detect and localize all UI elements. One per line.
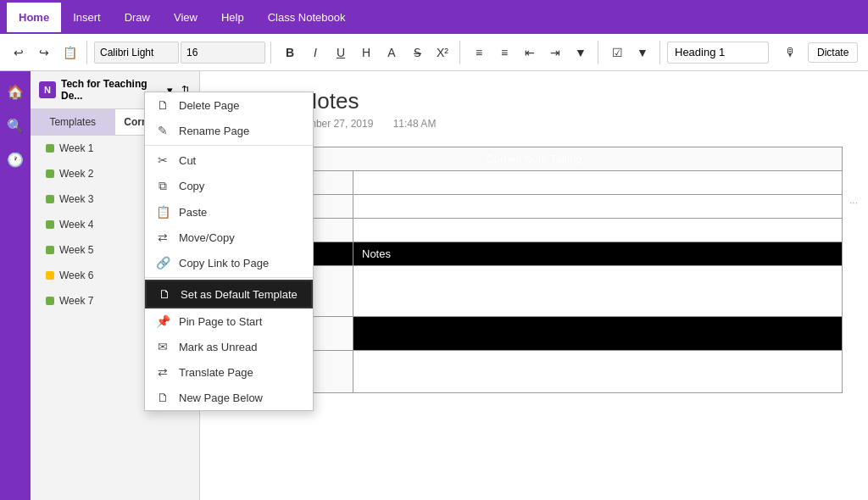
page-item-label: Week 2 bbox=[59, 168, 93, 180]
page-color-dot bbox=[46, 169, 54, 178]
main-layout: 🏠 🔍 🕐 N Tech for Teaching De... ▾ ⇅ Temp… bbox=[0, 71, 868, 500]
cornell-cell bbox=[353, 351, 843, 393]
new-page-below-icon: 🗋 bbox=[155, 391, 170, 404]
page-color-dot bbox=[46, 297, 54, 305]
decrease-indent-button[interactable]: ⇤ bbox=[518, 41, 542, 64]
page-date: Wednesday, November 27, 2019 11:48 AM bbox=[225, 118, 843, 130]
page-color-dot bbox=[46, 195, 54, 203]
scroll-indicator: ··· bbox=[849, 197, 858, 208]
page-time-text: 11:48 AM bbox=[393, 118, 437, 130]
heading-dropdown[interactable]: Heading 1 bbox=[667, 42, 769, 64]
cornell-notes-header: Notes bbox=[353, 242, 843, 266]
ctx-rename-page[interactable]: ✎ Rename Page bbox=[145, 118, 313, 143]
ctx-divider-1 bbox=[145, 145, 313, 146]
ctx-set-default-label: Set as Default Template bbox=[181, 288, 298, 301]
highlight-button[interactable]: H bbox=[354, 41, 378, 64]
page-color-dot bbox=[46, 220, 54, 229]
recent-icon[interactable]: 🕐 bbox=[2, 146, 29, 173]
ctx-copy[interactable]: ⧉ Copy bbox=[145, 173, 313, 199]
ctx-mark-unread-label: Mark as Unread bbox=[179, 341, 257, 353]
menu-tab-draw[interactable]: Draw bbox=[113, 3, 162, 32]
bullet-list-button[interactable]: ≡ bbox=[467, 41, 491, 64]
ctx-copy-label: Copy bbox=[179, 180, 204, 192]
cornell-cell bbox=[353, 219, 843, 242]
ctx-translate-label: Translate Page bbox=[179, 366, 253, 379]
fontcolor-button[interactable]: A bbox=[380, 41, 403, 64]
page-item-label: Week 1 bbox=[59, 142, 93, 154]
superscript-button[interactable]: X² bbox=[431, 41, 454, 64]
table-row: cept: bbox=[226, 195, 843, 219]
ctx-mark-unread[interactable]: ✉ Mark as Unread bbox=[145, 334, 313, 359]
table-row bbox=[226, 351, 843, 393]
icon-sidebar: 🏠 🔍 🕐 bbox=[0, 71, 31, 500]
font-size-select[interactable]: 16 bbox=[181, 42, 265, 64]
page-item-label: Week 7 bbox=[59, 295, 93, 307]
page-item-label: Week 6 bbox=[59, 269, 93, 281]
menu-tab-view[interactable]: View bbox=[162, 3, 209, 32]
search-icon[interactable]: 🔍 bbox=[2, 112, 29, 139]
ctx-pin-page[interactable]: 📌 Pin Page to Start bbox=[145, 308, 313, 334]
ctx-copylink[interactable]: 🔗 Copy Link to Page bbox=[145, 250, 313, 275]
undo-button[interactable]: ↩ bbox=[7, 41, 31, 64]
toolbar: ↩ ↪ 📋 Calibri Light 16 B I U H A S̶ X² ≡… bbox=[0, 34, 868, 71]
paste-icon: 📋 bbox=[155, 205, 170, 219]
ctx-divider-2 bbox=[145, 277, 313, 278]
redo-button[interactable]: ↪ bbox=[32, 41, 56, 64]
ctx-paste[interactable]: 📋 Paste bbox=[145, 199, 313, 225]
table-row: s or Questions Notes bbox=[226, 242, 843, 266]
check-button[interactable]: ☑ bbox=[605, 41, 629, 64]
mic-icon: 🎙 bbox=[779, 41, 803, 64]
page-title: Cornell Notes bbox=[225, 88, 843, 114]
section-tab-templates[interactable]: Templates bbox=[31, 109, 115, 135]
table-row bbox=[226, 317, 843, 351]
ctx-movecopy[interactable]: ⇄ Move/Copy bbox=[145, 225, 313, 250]
menu-tab-classnotebook[interactable]: Class Notebook bbox=[256, 3, 358, 32]
page-item-label: Week 3 bbox=[59, 193, 93, 205]
context-menu: 🗋 Delete Page ✎ Rename Page ✂ Cut ⧉ Copy… bbox=[144, 92, 314, 411]
menu-bar: Home Insert Draw View Help Class Noteboo… bbox=[0, 0, 868, 34]
table-row: le bbox=[226, 171, 843, 195]
set-default-icon: 🗋 bbox=[157, 287, 172, 301]
ctx-rename-page-label: Rename Page bbox=[179, 125, 249, 137]
clipboard-button[interactable]: 📋 bbox=[58, 41, 81, 64]
cornell-cell bbox=[353, 195, 843, 219]
underline-button[interactable]: U bbox=[329, 41, 353, 64]
table-row: Cornell Note Taking bbox=[226, 147, 843, 171]
mark-unread-icon: ✉ bbox=[155, 340, 170, 353]
ctx-translate[interactable]: ⇄ Translate Page bbox=[145, 359, 313, 385]
menu-tab-insert[interactable]: Insert bbox=[61, 3, 113, 32]
pin-page-icon: 📌 bbox=[155, 314, 170, 328]
ctx-new-page-below[interactable]: 🗋 New Page Below bbox=[145, 385, 313, 410]
copylink-icon: 🔗 bbox=[155, 256, 170, 269]
font-name-select[interactable]: Calibri Light bbox=[94, 42, 179, 64]
page-item-label: Week 5 bbox=[59, 244, 93, 256]
dictate-button[interactable]: Dictate bbox=[808, 42, 858, 63]
ctx-pin-page-label: Pin Page to Start bbox=[179, 315, 262, 328]
table-row: to: bbox=[226, 219, 843, 242]
home-icon[interactable]: 🏠 bbox=[2, 78, 29, 105]
rename-page-icon: ✎ bbox=[155, 124, 170, 137]
ctx-delete-page[interactable]: 🗋 Delete Page bbox=[145, 92, 313, 118]
menu-tab-home[interactable]: Home bbox=[7, 3, 61, 32]
ctx-cut[interactable]: ✂ Cut bbox=[145, 147, 313, 173]
ctx-cut-label: Cut bbox=[179, 154, 196, 167]
ctx-copylink-label: Copy Link to Page bbox=[179, 257, 269, 269]
align-button[interactable]: ▼ bbox=[569, 41, 593, 64]
cornell-cell bbox=[353, 266, 843, 317]
delete-page-icon: 🗋 bbox=[155, 98, 170, 112]
menu-tabs: Home Insert Draw View Help Class Noteboo… bbox=[7, 3, 357, 32]
increase-indent-button[interactable]: ⇥ bbox=[543, 41, 567, 64]
strikethrough-button[interactable]: S̶ bbox=[405, 41, 429, 64]
bold-button[interactable]: B bbox=[278, 41, 302, 64]
notebook-icon: N bbox=[39, 81, 56, 98]
cut-icon: ✂ bbox=[155, 153, 170, 167]
cornell-main-header: Cornell Note Taking bbox=[226, 147, 843, 171]
numbered-list-button[interactable]: ≡ bbox=[492, 41, 516, 64]
ctx-set-default-template[interactable]: 🗋 Set as Default Template bbox=[145, 280, 313, 308]
menu-tab-help[interactable]: Help bbox=[209, 3, 256, 32]
check-dropdown[interactable]: ▼ bbox=[631, 41, 654, 64]
ctx-movecopy-label: Move/Copy bbox=[179, 231, 235, 244]
ctx-delete-page-label: Delete Page bbox=[179, 99, 240, 112]
italic-button[interactable]: I bbox=[303, 41, 327, 64]
toolbar-list-group: ≡ ≡ ⇤ ⇥ ▼ bbox=[467, 41, 598, 64]
